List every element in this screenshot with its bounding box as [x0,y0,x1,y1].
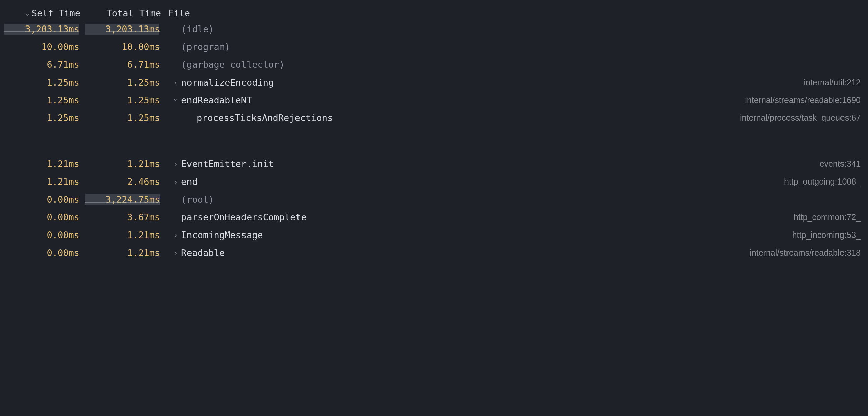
cell-self-time: 1.25ms [0,77,81,88]
function-name: IncomingMessage [181,230,263,240]
table-row[interactable]: 6.71ms6.71ms›(garbage collector) [0,56,868,73]
function-name: Readable [181,247,225,258]
function-name: (program) [181,41,230,52]
cell-file-location[interactable]: internal/streams/readable:1690 [745,95,868,105]
cell-file-location[interactable]: http_incoming:53_ [792,230,868,240]
cell-function: ›Readable [161,247,225,258]
table-row[interactable]: 1.25ms1.25ms›normalizeEncodinginternal/u… [0,73,868,91]
self-time-value: 1.25ms [46,95,81,105]
column-header-total-time[interactable]: Total Time [81,8,161,19]
self-time-value: 1.25ms [46,113,81,123]
bar-underline [4,31,80,32]
total-time-value: 2.46ms [127,176,161,187]
column-header-self-time[interactable]: ⌄Self Time [0,8,81,19]
table-body: 3,203.13ms3,203.13ms›(idle)10.00ms10.00m… [0,20,868,262]
self-time-value: 10.00ms [41,41,81,52]
self-time-value: 1.25ms [46,77,81,88]
column-header-label: Self Time [32,8,81,19]
cell-file-location[interactable]: http_common:72_ [794,212,868,222]
cell-function: ›(program) [161,41,230,52]
cell-self-time: 1.25ms [0,113,81,123]
chevron-right-icon[interactable]: › [166,249,181,257]
total-time-value: 3,224.75ms [105,194,161,205]
total-time-value: 6.71ms [127,59,161,70]
cell-self-time: 10.00ms [0,41,81,52]
cell-total-time: 1.21ms [81,230,161,240]
table-row[interactable]: 1.25ms1.25ms›processTicksAndRejectionsin… [0,109,868,127]
cell-file-location[interactable]: events:341 [820,159,868,169]
cell-total-time: 1.25ms [81,77,161,88]
cell-total-time: 3,224.75ms [81,194,161,205]
cell-total-time: 2.46ms [81,176,161,187]
self-time-value: 1.21ms [46,176,81,187]
cell-total-time: 1.21ms [81,247,161,258]
function-name: processTicksAndRejections [196,113,333,123]
cell-function: ›(garbage collector) [161,59,285,70]
cell-self-time: 6.71ms [0,59,81,70]
table-row[interactable]: 0.00ms3.67ms›parserOnHeadersCompletehttp… [0,208,868,226]
cell-total-time: 6.71ms [81,59,161,70]
table-row[interactable]: 10.00ms10.00ms›(program) [0,38,868,56]
spacer-row [0,127,868,155]
chevron-down-icon[interactable]: ⌄ [166,96,181,101]
function-name: (root) [181,194,214,205]
chevron-right-icon[interactable]: › [166,160,181,168]
cell-function: ›EventEmitter.init [161,159,274,169]
total-time-value: 1.21ms [127,247,161,258]
self-time-value: 0.00ms [46,247,81,258]
cell-self-time: 1.21ms [0,159,81,169]
cell-file-location[interactable]: internal/util:212 [804,78,868,87]
cell-function: ›IncomingMessage [161,230,263,240]
cell-self-time: 0.00ms [0,194,81,205]
total-time-value: 10.00ms [122,41,161,52]
function-name: normalizeEncoding [181,77,274,88]
chevron-right-icon[interactable]: › [166,79,181,87]
cell-total-time: 10.00ms [81,41,161,52]
total-time-value: 1.25ms [127,95,161,105]
cell-function: ›normalizeEncoding [161,77,274,88]
cell-function: ›(root) [161,194,214,205]
table-row[interactable]: 1.21ms2.46ms›endhttp_outgoing:1008_ [0,173,868,190]
profiler-table: ⌄Self Time Total Time File 3,203.13ms3,2… [0,0,868,262]
cell-total-time: 1.21ms [81,159,161,169]
function-name: endReadableNT [181,95,252,105]
self-time-value: 0.00ms [46,230,81,240]
chevron-right-icon[interactable]: › [166,178,181,186]
chevron-right-icon[interactable]: › [166,231,181,239]
bar-underline [107,31,160,32]
table-row[interactable]: 1.25ms1.25ms⌄endReadableNTinternal/strea… [0,91,868,109]
cell-file-location[interactable]: internal/process/task_queues:67 [740,113,868,123]
table-row[interactable]: 0.00ms1.21ms›IncomingMessagehttp_incomin… [0,226,868,244]
total-time-value: 1.21ms [127,159,161,169]
bar-underline [85,202,160,203]
cell-total-time: 3,203.13ms [81,24,161,34]
function-name: EventEmitter.init [181,159,274,169]
self-time-value: 0.00ms [46,212,81,222]
total-time-value: 1.25ms [127,113,161,123]
table-header-row: ⌄Self Time Total Time File [0,0,868,20]
cell-self-time: 0.00ms [0,247,81,258]
total-time-value: 1.25ms [127,77,161,88]
self-time-value: 1.21ms [46,159,81,169]
cell-function: ›parserOnHeadersComplete [161,212,307,222]
column-header-label: Total Time [106,8,161,19]
cell-file-location[interactable]: http_outgoing:1008_ [784,177,868,186]
total-time-value: 3.67ms [127,212,161,222]
table-row[interactable]: 0.00ms3,224.75ms›(root) [0,190,868,208]
table-row[interactable]: 0.00ms1.21ms›Readableinternal/streams/re… [0,244,868,262]
column-header-file[interactable]: File [161,8,190,19]
cell-self-time: 0.00ms [0,212,81,222]
self-time-value: 3,203.13ms [25,24,81,34]
table-row[interactable]: 1.21ms1.21ms›EventEmitter.initevents:341 [0,155,868,173]
total-time-value: 3,203.13ms [105,24,161,34]
cell-self-time: 3,203.13ms [0,24,81,34]
cell-self-time: 0.00ms [0,230,81,240]
function-name: (garbage collector) [181,59,285,70]
cell-total-time: 1.25ms [81,95,161,105]
cell-self-time: 1.21ms [0,176,81,187]
cell-self-time: 1.25ms [0,95,81,105]
cell-total-time: 3.67ms [81,212,161,222]
table-row[interactable]: 3,203.13ms3,203.13ms›(idle) [0,20,868,38]
cell-file-location[interactable]: internal/streams/readable:318 [750,248,868,258]
cell-total-time: 1.25ms [81,113,161,123]
